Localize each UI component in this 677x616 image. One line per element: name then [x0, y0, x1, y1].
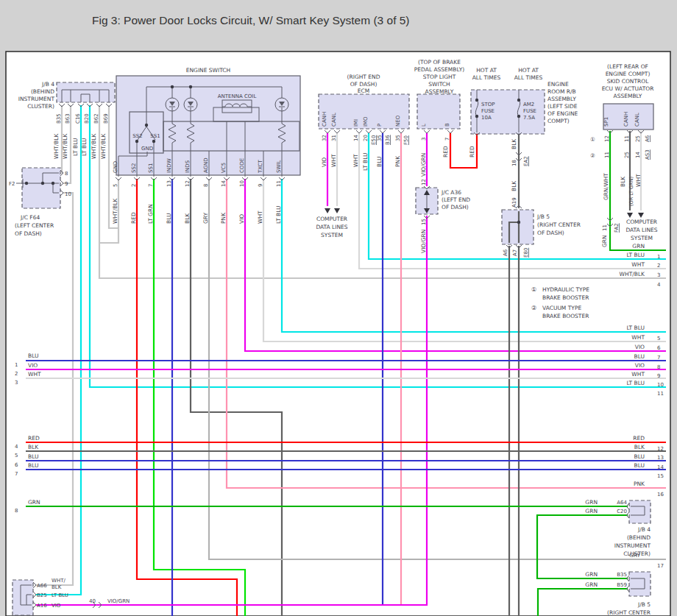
diagram-label: ECM: [358, 88, 369, 94]
diagram-label: BLU: [376, 157, 383, 167]
diagram-label: 3: [15, 380, 18, 386]
diagram-label: LT BLU: [626, 252, 645, 258]
junction-dot: [52, 182, 54, 185]
diagram-label: 5: [657, 336, 660, 341]
jb4-top-box: [57, 82, 115, 102]
diagram-label: DATA LINES: [316, 224, 347, 230]
diagram-label: SS1: [150, 133, 160, 139]
diagram-label: WHT/BLK: [100, 133, 107, 159]
diagram-label: 7: [657, 355, 660, 361]
diagram-label: 35: [395, 135, 401, 141]
diagram-label: SWIL: [276, 160, 282, 173]
diagram-label: 8: [65, 171, 68, 177]
diagram-label: CLUSTER): [27, 103, 54, 110]
diagram-label: VIO: [635, 362, 645, 369]
diagram-label: VIO/GRN: [420, 153, 427, 177]
diagram-label: J/B 5: [536, 213, 550, 220]
diagram-label: 7.5A: [523, 115, 535, 121]
diagram-label: ASSEMBLY: [614, 93, 642, 99]
diagram-label: ②: [531, 305, 536, 311]
diagram-label: VIO: [28, 362, 38, 369]
diagram-label: (TOP OF BRAKE: [418, 59, 461, 66]
diagram-label: 14: [657, 464, 664, 470]
diagram-label: 12: [421, 179, 427, 185]
diagram-label: VIO/GRN: [107, 598, 130, 604]
diagram-label: B20: [84, 113, 90, 124]
diagram-label: WHT: [631, 261, 645, 268]
diagram-label: 15: [657, 473, 664, 479]
diagram-label: OF DASH): [350, 81, 378, 88]
diagram-label: AM2: [523, 102, 534, 107]
diagram-label: VIO: [238, 214, 245, 224]
diagram-label: SKID CONTROL: [607, 78, 649, 85]
diagram-label: A6: [503, 249, 508, 256]
diagram-label: 11: [624, 135, 630, 142]
diagram-label: BLK: [511, 180, 517, 191]
diagram-label: 31: [331, 135, 337, 141]
wiring-diagram: (RIGHT ENDOF DASH)ECM(TOP OF BRAKEPEDAL …: [0, 0, 677, 616]
diagram-label: (LEFT CENTER: [15, 222, 54, 229]
diagram-label: WHT/BLK: [91, 133, 97, 159]
screenshot-root: Fig 3: Power Door Locks Circuit, W/ Smar…: [0, 0, 677, 616]
diagram-label: 8: [203, 184, 209, 187]
junction-dot: [517, 99, 520, 102]
diagram-label: GRN/WHT: [603, 173, 609, 200]
diagram-label: 2: [657, 263, 660, 269]
diagram-label: 32: [322, 135, 327, 141]
diagram-label: 14: [221, 180, 227, 187]
diagram-label: ASSEMBLY: [425, 88, 454, 95]
diagram-label: 4: [15, 444, 18, 450]
diagram-label: 10: [239, 180, 245, 187]
diagram-label: 5: [113, 184, 118, 187]
diagram-label: WHT/BLK: [53, 133, 60, 159]
diagram-label: (OR LT GRN): [628, 177, 634, 206]
diagram-label: B25: [37, 592, 47, 598]
diagram-label: OF DASH): [15, 230, 42, 237]
diagram-label: 17: [657, 563, 664, 569]
diagram-label: WHT: [28, 371, 41, 378]
diagram-label: ASSEMBLY: [547, 96, 576, 102]
diagram-label: OF DASH): [537, 230, 564, 236]
diagram-label: ENGINE: [547, 81, 569, 88]
diagram-label: ENGINE COMPT): [606, 71, 651, 77]
junction-dot: [171, 85, 174, 88]
diagram-label: VIO: [635, 344, 645, 350]
diagram-label: LT BLU: [626, 325, 645, 331]
diagram-label: WHT: [330, 154, 337, 167]
diagram-label: RED: [633, 435, 645, 442]
diagram-label: VACUUM TYPE: [542, 305, 581, 311]
diagram-label: PNK: [634, 481, 645, 487]
diagram-label: BLK: [620, 176, 626, 187]
diagram-label: 11: [602, 224, 608, 231]
diagram-label: BLU: [634, 453, 645, 460]
diagram-label: (LEFT REAR OF: [607, 63, 648, 70]
diagram-label: A19: [511, 197, 517, 208]
diagram-label: RED: [442, 146, 449, 157]
diagram-label: 12: [185, 180, 191, 187]
diagram-label: SYSTEM: [631, 235, 653, 241]
diagram-label: FA2: [614, 223, 620, 233]
junction-dot: [145, 124, 148, 127]
diagram-label: PEDAL ASSEMBLY): [414, 66, 464, 73]
diagram-label: AGND: [203, 157, 209, 173]
diagram-label: OF DASH): [442, 204, 469, 210]
diagram-label: GRN: [601, 235, 608, 247]
diagram-label: LT BLU: [52, 592, 68, 598]
diagram-label: GRY: [202, 212, 209, 224]
diagram-label: 3: [421, 138, 427, 141]
diagram-label: 7: [15, 471, 18, 477]
diagram-label: VC5: [221, 163, 227, 173]
diagram-label: WHT/BLK: [112, 198, 118, 224]
jb5-mid-box: [502, 210, 534, 244]
diagram-label: HOT AT: [518, 67, 539, 74]
diagram-label: 18: [511, 160, 517, 166]
diagram-label: 8: [15, 508, 18, 514]
diagram-label: 12: [657, 446, 664, 452]
diagram-label: 10: [657, 382, 664, 388]
diagram-label: GND: [113, 161, 118, 173]
diagram-label: GND: [141, 146, 153, 152]
diagram-label: J/B 4: [637, 526, 651, 533]
diagram-label: B63: [65, 113, 71, 124]
diagram-label: SP1: [603, 117, 609, 127]
diagram-label: ANTENNA COIL: [218, 93, 257, 99]
